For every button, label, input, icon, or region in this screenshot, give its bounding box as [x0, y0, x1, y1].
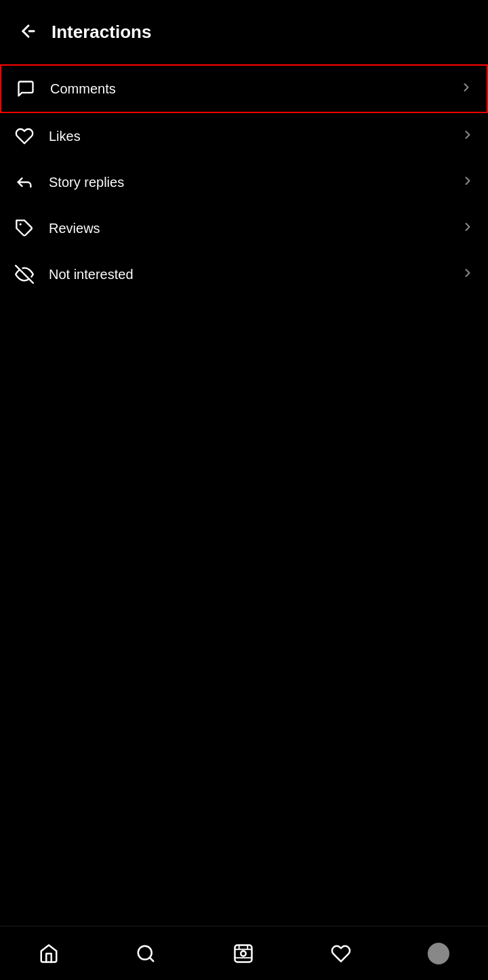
menu-item-not-interested[interactable]: Not interested	[0, 251, 488, 297]
chevron-right-icon	[460, 81, 473, 97]
back-button[interactable]	[14, 16, 43, 48]
menu-item-left: Comments	[15, 78, 116, 100]
page-title: Interactions	[52, 22, 151, 43]
nav-profile[interactable]	[420, 935, 458, 973]
svg-point-4	[241, 951, 246, 956]
menu-item-story-replies[interactable]: Story replies	[0, 159, 488, 205]
comments-label: Comments	[50, 81, 116, 97]
menu-item-left: Reviews	[14, 217, 100, 239]
menu-item-left: Story replies	[14, 171, 124, 193]
comment-icon	[15, 78, 37, 100]
story-replies-label: Story replies	[49, 175, 124, 190]
heart-icon	[14, 125, 35, 147]
menu-item-reviews[interactable]: Reviews	[0, 205, 488, 251]
menu-item-left: Likes	[14, 125, 81, 147]
likes-label: Likes	[49, 129, 81, 144]
svg-rect-3	[235, 945, 251, 962]
chevron-right-icon	[461, 266, 474, 282]
header: Interactions	[0, 0, 488, 59]
menu-item-likes[interactable]: Likes	[0, 113, 488, 159]
nav-reels[interactable]	[225, 935, 262, 972]
nav-search[interactable]	[127, 935, 164, 972]
profile-avatar	[428, 943, 449, 964]
not-interested-label: Not interested	[49, 267, 134, 282]
nav-home[interactable]	[30, 935, 67, 972]
tag-icon	[14, 217, 35, 239]
bottom-nav	[0, 926, 488, 980]
interactions-menu: Comments Likes	[0, 64, 488, 297]
chevron-right-icon	[461, 128, 474, 144]
nav-activity[interactable]	[323, 935, 359, 972]
chevron-right-icon	[461, 174, 474, 190]
menu-item-comments[interactable]: Comments	[0, 64, 488, 113]
svg-line-2	[150, 957, 153, 960]
reply-icon	[14, 171, 35, 193]
reviews-label: Reviews	[49, 221, 100, 236]
not-interested-icon	[14, 263, 35, 285]
menu-item-left: Not interested	[14, 263, 134, 285]
chevron-right-icon	[461, 220, 474, 236]
